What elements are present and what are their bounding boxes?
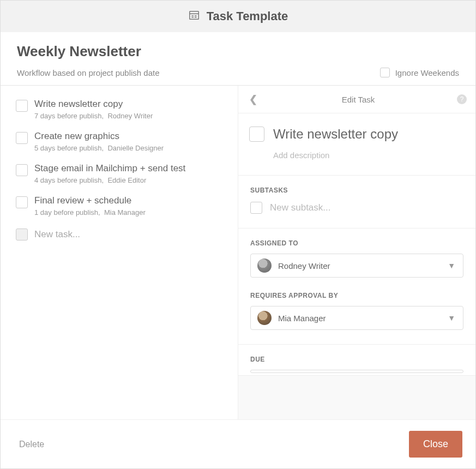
edit-task-title[interactable]: Write newsletter copy — [273, 127, 398, 142]
assigned-to-dropdown[interactable]: Rodney Writer ▼ — [250, 254, 463, 278]
ignore-weekends-toggle[interactable]: Ignore Weekends — [380, 68, 459, 77]
back-chevron-icon[interactable]: ❮ — [247, 91, 260, 107]
subtasks-label: SUBTASKS — [250, 187, 463, 194]
edit-header-title: Edit Task — [260, 95, 457, 104]
new-task-checkbox — [16, 229, 28, 240]
add-description-input[interactable]: Add description — [273, 151, 465, 160]
assigned-to-label: ASSIGNED TO — [250, 239, 463, 247]
help-icon[interactable]: ? — [457, 94, 467, 104]
approver-avatar — [257, 311, 272, 325]
ignore-weekends-label: Ignore Weekends — [395, 68, 459, 77]
new-subtask-placeholder[interactable]: New subtask... — [270, 202, 331, 213]
new-task-placeholder[interactable]: New task... — [34, 229, 80, 240]
task-meta: 5 days before publish, Danielle Designer — [34, 144, 164, 152]
task-checkbox[interactable] — [16, 132, 28, 144]
assignee-avatar — [257, 258, 272, 273]
modal-header: Task Template — [1, 1, 475, 32]
task-meta: 1 day before publish, Mia Manager — [34, 208, 146, 217]
ignore-weekends-checkbox[interactable] — [380, 68, 390, 77]
task-title: Final review + schedule — [34, 195, 146, 206]
edit-header: ❮ Edit Task ? — [238, 86, 475, 113]
workflow-basis-label: Workflow based on project publish date — [17, 68, 160, 77]
task-meta: 7 days before publish, Rodney Writer — [34, 112, 153, 120]
delete-button[interactable]: Delete — [19, 440, 44, 449]
requires-approval-dropdown[interactable]: Mia Manager ▼ — [250, 306, 463, 330]
assignment-section: ASSIGNED TO Rodney Writer ▼ REQUIRES APP… — [238, 229, 475, 345]
task-title: Stage email in Mailchimp + send test — [34, 163, 185, 174]
chevron-down-icon: ▼ — [448, 261, 455, 270]
main-panels: Write newsletter copy 7 days before publ… — [1, 86, 475, 419]
due-section: DUE — [238, 345, 475, 376]
task-checkbox[interactable] — [16, 100, 28, 112]
task-meta: 4 days before publish, Eddie Editor — [34, 176, 185, 184]
task-row[interactable]: Stage email in Mailchimp + send test 4 d… — [16, 160, 227, 192]
task-template-modal: Task Template Weekly Newsletter Workflow… — [0, 0, 476, 469]
due-dropdown[interactable] — [250, 370, 463, 373]
template-name: Weekly Newsletter — [17, 43, 459, 60]
task-row[interactable]: Write newsletter copy 7 days before publ… — [16, 95, 227, 128]
requires-approval-value: Mia Manager — [278, 314, 326, 323]
edit-body: Write newsletter copy Add description — [238, 113, 475, 176]
task-checkbox[interactable] — [16, 164, 28, 176]
task-title: Write newsletter copy — [34, 99, 153, 110]
subtask-checkbox[interactable] — [250, 202, 262, 214]
task-edit-panel: ❮ Edit Task ? Write newsletter copy Add … — [238, 86, 475, 419]
task-row[interactable]: Create new graphics 5 days before publis… — [16, 128, 227, 160]
new-subtask-row[interactable]: New subtask... — [250, 202, 463, 214]
edit-task-checkbox[interactable] — [249, 127, 264, 142]
svg-rect-0 — [189, 11, 198, 20]
assigned-to-value: Rodney Writer — [278, 261, 330, 270]
task-checkbox[interactable] — [16, 196, 28, 208]
subtasks-section: SUBTASKS New subtask... — [238, 176, 475, 229]
modal-title: Task Template — [207, 9, 288, 23]
task-list-panel: Write newsletter copy 7 days before publ… — [1, 86, 238, 419]
due-label: DUE — [250, 356, 463, 363]
new-task-row[interactable]: New task... — [16, 224, 227, 240]
close-button[interactable]: Close — [409, 431, 462, 458]
template-icon — [188, 9, 200, 23]
task-row[interactable]: Final review + schedule 1 day before pub… — [16, 192, 227, 224]
requires-approval-label: REQUIRES APPROVAL BY — [250, 292, 463, 299]
chevron-down-icon: ▼ — [448, 314, 455, 322]
modal-footer: Delete Close — [1, 419, 475, 468]
template-meta: Weekly Newsletter Workflow based on proj… — [1, 32, 475, 86]
task-title: Create new graphics — [34, 131, 164, 142]
